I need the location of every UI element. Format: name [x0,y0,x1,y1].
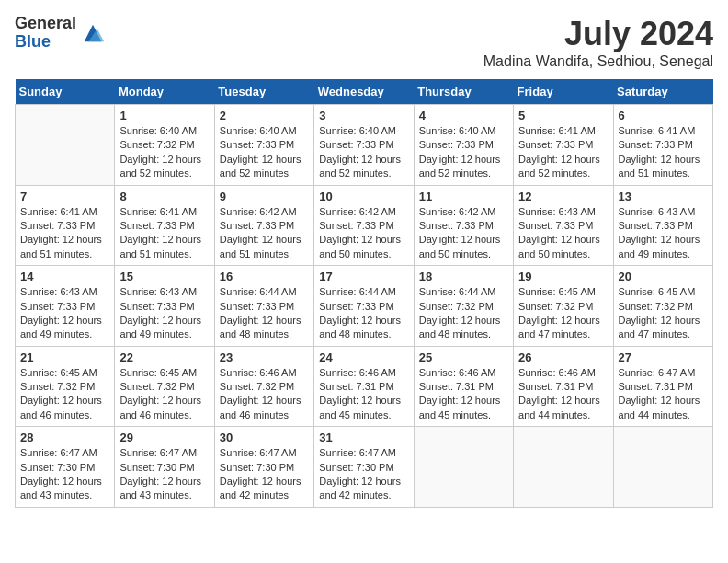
location: Madina Wandifa, Sedhiou, Senegal [483,53,713,70]
day-info: Sunrise: 6:41 AMSunset: 7:33 PMDaylight:… [20,205,109,262]
calendar-cell: 24Sunrise: 6:46 AMSunset: 7:31 PMDayligh… [314,346,414,427]
day-info: Sunrise: 6:45 AMSunset: 7:32 PMDaylight:… [20,366,109,423]
calendar-cell: 1Sunrise: 6:40 AMSunset: 7:32 PMDaylight… [115,105,214,186]
day-number: 21 [20,350,109,364]
day-info: Sunrise: 6:47 AMSunset: 7:30 PMDaylight:… [119,446,209,503]
day-info: Sunrise: 6:44 AMSunset: 7:32 PMDaylight:… [419,285,508,342]
calendar-cell: 6Sunrise: 6:41 AMSunset: 7:33 PMDaylight… [613,105,712,186]
month-title: July 2024 [483,15,713,53]
header-sunday: Sunday [16,79,115,105]
calendar-cell: 27Sunrise: 6:47 AMSunset: 7:31 PMDayligh… [613,346,712,427]
header-tuesday: Tuesday [214,79,313,105]
day-info: Sunrise: 6:42 AMSunset: 7:33 PMDaylight:… [220,205,309,262]
calendar-week-row: 1Sunrise: 6:40 AMSunset: 7:32 PMDaylight… [16,105,713,186]
calendar-cell: 13Sunrise: 6:43 AMSunset: 7:33 PMDayligh… [613,185,712,266]
day-number: 28 [20,431,109,444]
calendar-cell [613,427,712,508]
day-info: Sunrise: 6:41 AMSunset: 7:33 PMDaylight:… [619,124,708,181]
day-number: 9 [220,190,309,203]
calendar-cell: 14Sunrise: 6:43 AMSunset: 7:33 PMDayligh… [16,266,115,347]
header-thursday: Thursday [414,79,513,105]
day-number: 19 [518,270,608,283]
day-info: Sunrise: 6:47 AMSunset: 7:30 PMDaylight:… [20,446,109,503]
day-number: 27 [619,350,708,364]
day-info: Sunrise: 6:43 AMSunset: 7:33 PMDaylight:… [119,285,209,342]
calendar-cell: 5Sunrise: 6:41 AMSunset: 7:33 PMDaylight… [514,105,613,186]
logo-icon [80,20,106,46]
day-info: Sunrise: 6:47 AMSunset: 7:31 PMDaylight:… [619,366,708,423]
day-number: 30 [220,431,309,444]
calendar-cell: 2Sunrise: 6:40 AMSunset: 7:33 PMDaylight… [214,105,313,186]
day-number: 12 [518,190,608,203]
calendar-cell: 25Sunrise: 6:46 AMSunset: 7:31 PMDayligh… [414,346,513,427]
calendar-cell: 4Sunrise: 6:40 AMSunset: 7:33 PMDaylight… [414,105,513,186]
day-info: Sunrise: 6:43 AMSunset: 7:33 PMDaylight:… [20,285,109,342]
day-info: Sunrise: 6:46 AMSunset: 7:31 PMDaylight:… [518,366,608,423]
day-info: Sunrise: 6:41 AMSunset: 7:33 PMDaylight:… [518,124,608,181]
calendar-cell: 8Sunrise: 6:41 AMSunset: 7:33 PMDaylight… [115,185,214,266]
header-wednesday: Wednesday [314,79,414,105]
calendar-table: SundayMondayTuesdayWednesdayThursdayFrid… [15,79,713,508]
day-info: Sunrise: 6:46 AMSunset: 7:32 PMDaylight:… [220,366,309,423]
calendar-cell: 16Sunrise: 6:44 AMSunset: 7:33 PMDayligh… [214,266,313,347]
header-monday: Monday [115,79,214,105]
calendar-cell: 22Sunrise: 6:45 AMSunset: 7:32 PMDayligh… [115,346,214,427]
day-number: 6 [619,109,708,122]
calendar-header-row: SundayMondayTuesdayWednesdayThursdayFrid… [16,79,713,105]
calendar-cell: 29Sunrise: 6:47 AMSunset: 7:30 PMDayligh… [115,427,214,508]
logo-blue-text: Blue [15,33,76,52]
day-number: 7 [20,190,109,203]
day-info: Sunrise: 6:40 AMSunset: 7:33 PMDaylight:… [220,124,309,181]
day-number: 17 [319,270,408,283]
day-number: 3 [319,109,408,122]
day-number: 14 [20,270,109,283]
calendar-week-row: 7Sunrise: 6:41 AMSunset: 7:33 PMDaylight… [16,185,713,266]
day-info: Sunrise: 6:45 AMSunset: 7:32 PMDaylight:… [119,366,209,423]
calendar-cell: 21Sunrise: 6:45 AMSunset: 7:32 PMDayligh… [16,346,115,427]
page-header: General Blue July 2024 Madina Wandifa, S… [15,15,713,70]
calendar-cell: 23Sunrise: 6:46 AMSunset: 7:32 PMDayligh… [214,346,313,427]
calendar-cell: 17Sunrise: 6:44 AMSunset: 7:33 PMDayligh… [314,266,414,347]
day-number: 13 [619,190,708,203]
logo-general-text: General [15,15,76,33]
day-number: 22 [119,350,209,364]
day-number: 31 [319,431,408,444]
header-friday: Friday [514,79,613,105]
calendar-cell: 18Sunrise: 6:44 AMSunset: 7:32 PMDayligh… [414,266,513,347]
calendar-cell: 11Sunrise: 6:42 AMSunset: 7:33 PMDayligh… [414,185,513,266]
day-number: 8 [119,190,209,203]
calendar-cell: 28Sunrise: 6:47 AMSunset: 7:30 PMDayligh… [16,427,115,508]
day-number: 4 [419,109,508,122]
title-block: July 2024 Madina Wandifa, Sedhiou, Seneg… [483,15,713,70]
day-number: 23 [220,350,309,364]
day-info: Sunrise: 6:45 AMSunset: 7:32 PMDaylight:… [619,285,708,342]
calendar-cell: 9Sunrise: 6:42 AMSunset: 7:33 PMDaylight… [214,185,313,266]
day-number: 24 [319,350,408,364]
day-number: 10 [319,190,408,203]
calendar-cell: 12Sunrise: 6:43 AMSunset: 7:33 PMDayligh… [514,185,613,266]
day-number: 20 [619,270,708,283]
day-info: Sunrise: 6:40 AMSunset: 7:32 PMDaylight:… [119,124,209,181]
day-info: Sunrise: 6:40 AMSunset: 7:33 PMDaylight:… [319,124,408,181]
day-info: Sunrise: 6:45 AMSunset: 7:32 PMDaylight:… [518,285,608,342]
day-number: 1 [119,109,209,122]
day-info: Sunrise: 6:46 AMSunset: 7:31 PMDaylight:… [419,366,508,423]
logo: General Blue [15,15,106,52]
day-number: 5 [518,109,608,122]
calendar-cell: 10Sunrise: 6:42 AMSunset: 7:33 PMDayligh… [314,185,414,266]
day-number: 11 [419,190,508,203]
day-info: Sunrise: 6:44 AMSunset: 7:33 PMDaylight:… [220,285,309,342]
calendar-cell [414,427,513,508]
day-number: 16 [220,270,309,283]
day-info: Sunrise: 6:46 AMSunset: 7:31 PMDaylight:… [319,366,408,423]
day-number: 15 [119,270,209,283]
calendar-cell: 26Sunrise: 6:46 AMSunset: 7:31 PMDayligh… [514,346,613,427]
day-info: Sunrise: 6:42 AMSunset: 7:33 PMDaylight:… [419,205,508,262]
day-info: Sunrise: 6:42 AMSunset: 7:33 PMDaylight:… [319,205,408,262]
calendar-cell: 30Sunrise: 6:47 AMSunset: 7:30 PMDayligh… [214,427,313,508]
calendar-week-row: 14Sunrise: 6:43 AMSunset: 7:33 PMDayligh… [16,266,713,347]
day-info: Sunrise: 6:43 AMSunset: 7:33 PMDaylight:… [518,205,608,262]
day-number: 2 [220,109,309,122]
day-info: Sunrise: 6:40 AMSunset: 7:33 PMDaylight:… [419,124,508,181]
calendar-cell: 20Sunrise: 6:45 AMSunset: 7:32 PMDayligh… [613,266,712,347]
